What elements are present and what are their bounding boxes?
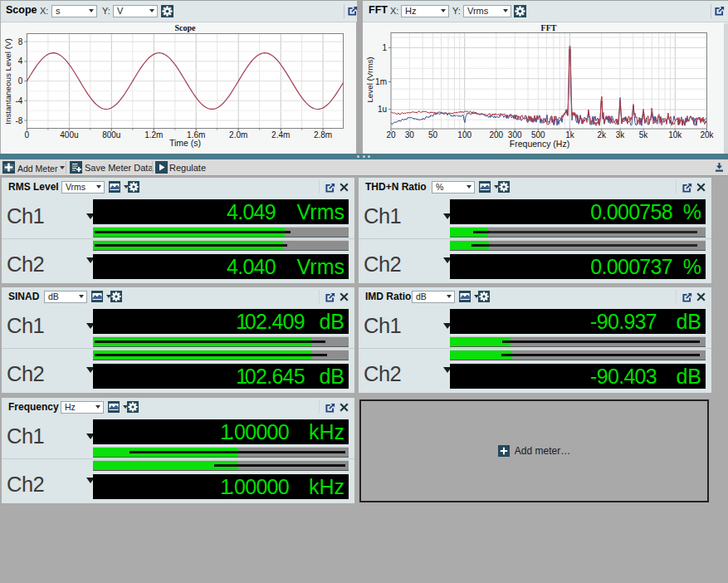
svg-text:2.4m: 2.4m <box>271 130 290 140</box>
svg-text:Instantaneous Level (V): Instantaneous Level (V) <box>3 38 12 124</box>
svg-text:1: 1 <box>382 43 387 52</box>
svg-text:0: 0 <box>25 130 30 140</box>
svg-text:5k: 5k <box>639 130 649 140</box>
svg-text:Level (Vrms): Level (Vrms) <box>365 56 374 102</box>
svg-text:Frequency (Hz): Frequency (Hz) <box>510 139 569 149</box>
svg-text:20k: 20k <box>700 130 714 140</box>
svg-text:400u: 400u <box>60 130 78 140</box>
svg-text:4: 4 <box>18 56 23 66</box>
svg-text:Time (s): Time (s) <box>169 138 201 148</box>
svg-text:1.2m: 1.2m <box>144 130 163 140</box>
svg-text:FFT: FFT <box>541 23 557 32</box>
svg-text:800u: 800u <box>102 130 120 140</box>
svg-text:2.8m: 2.8m <box>314 130 332 140</box>
svg-text:200: 200 <box>489 130 503 140</box>
svg-text:3k: 3k <box>616 130 626 140</box>
svg-text:10k: 10k <box>668 130 682 140</box>
svg-text:0: 0 <box>18 76 23 86</box>
svg-text:Scope: Scope <box>175 23 197 32</box>
svg-text:-4: -4 <box>15 96 22 105</box>
svg-text:100: 100 <box>457 130 471 140</box>
svg-text:8: 8 <box>18 37 23 47</box>
svg-text:1m: 1m <box>375 77 387 86</box>
svg-text:50: 50 <box>428 130 438 140</box>
svg-text:2.0m: 2.0m <box>229 130 247 140</box>
svg-text:2k: 2k <box>597 130 607 140</box>
svg-text:1u: 1u <box>378 105 387 114</box>
svg-text:30: 30 <box>405 130 415 140</box>
svg-text:20: 20 <box>386 130 396 140</box>
svg-text:-8: -8 <box>15 116 22 125</box>
